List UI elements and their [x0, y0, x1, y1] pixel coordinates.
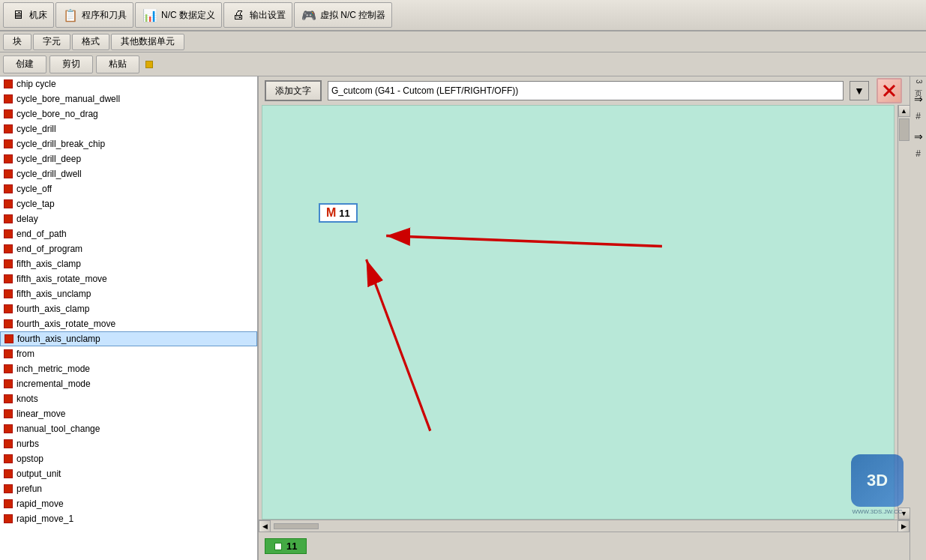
- program-label: 程序和刀具: [82, 9, 127, 22]
- red-block-icon: [4, 514, 13, 523]
- virtual-icon: 🎮: [301, 7, 317, 23]
- tree-item-icon-delay: [3, 214, 13, 224]
- cut-btn[interactable]: 剪切: [49, 55, 93, 73]
- program-btn[interactable]: 📋 程序和刀具: [55, 2, 133, 28]
- canvas-m-element[interactable]: M 11: [319, 203, 358, 223]
- tree-item-label-manual_tool_change: manual_tool_change: [16, 424, 100, 434]
- tree-item-icon-fifth_axis_unclamp: [3, 289, 13, 299]
- tree-item-label-cycle_off: cycle_off: [16, 184, 52, 194]
- machine-label: 机床: [29, 9, 47, 22]
- formula-dropdown-btn[interactable]: ▼: [850, 81, 869, 100]
- tree-item-inch_metric_mode[interactable]: inch_metric_mode: [0, 361, 257, 376]
- tree-item-cycle_drill[interactable]: cycle_drill: [0, 121, 257, 136]
- tree-item-icon-cycle_bore_no_drag: [3, 109, 13, 119]
- red-block-icon: [4, 154, 13, 163]
- tree-item-cycle_bore_manual_dwell[interactable]: cycle_bore_manual_dwell: [0, 91, 257, 106]
- tree-item-fourth_axis_clamp[interactable]: fourth_axis_clamp: [0, 301, 257, 316]
- output-label: 输出设置: [250, 9, 286, 22]
- tree-item-label-cycle_drill_deep: cycle_drill_deep: [16, 154, 81, 164]
- tree-item-manual_tool_change[interactable]: manual_tool_change: [0, 421, 257, 436]
- h-scroll-track[interactable]: [274, 523, 895, 529]
- tree-item-icon-fifth_axis_rotate_move: [3, 274, 13, 284]
- canvas-with-scroll: M 11: [259, 105, 910, 532]
- tree-item-cycle_bore_no_drag[interactable]: cycle_bore_no_drag: [0, 106, 257, 121]
- add-text-button[interactable]: 添加文字: [265, 80, 322, 101]
- tree-item-cycle_drill_break_chip[interactable]: cycle_drill_break_chip: [0, 136, 257, 151]
- nc-data-btn[interactable]: 📊 N/C 数据定义: [135, 2, 222, 28]
- tree-item-incremental_mode[interactable]: incremental_mode: [0, 376, 257, 391]
- scroll-up-btn[interactable]: ▲: [898, 105, 910, 117]
- hash-indicator: #: [916, 111, 921, 121]
- tree-item-fifth_axis_rotate_move[interactable]: fifth_axis_rotate_move: [0, 271, 257, 286]
- action-toolbar: 创建 剪切 粘贴: [0, 52, 926, 76]
- machine-btn[interactable]: 🖥 机床: [3, 2, 54, 28]
- tree-item-knots[interactable]: knots: [0, 391, 257, 406]
- tree-item-label-cycle_tap: cycle_tap: [16, 199, 55, 209]
- virtual-btn[interactable]: 🎮 虚拟 N/C 控制器: [294, 2, 392, 28]
- tree-item-nurbs[interactable]: nurbs: [0, 436, 257, 451]
- tree-item-fifth_axis_clamp[interactable]: fifth_axis_clamp: [0, 256, 257, 271]
- tree-item-label-cycle_drill_break_chip: cycle_drill_break_chip: [16, 139, 105, 149]
- tree-item-delay[interactable]: delay: [0, 211, 257, 226]
- tree-item-linear_move[interactable]: linear_move: [0, 406, 257, 421]
- left-panel[interactable]: chip cyclecycle_bore_manual_dwellcycle_b…: [0, 76, 259, 560]
- red-block-icon: [4, 79, 13, 88]
- delete-button[interactable]: [875, 76, 904, 105]
- right-arrow-icon[interactable]: ⇒: [914, 93, 923, 105]
- tree-item-icon-inch_metric_mode: [3, 364, 13, 374]
- tree-item-rapid_move[interactable]: rapid_move: [0, 496, 257, 511]
- tree-item-output_unit[interactable]: output_unit: [0, 466, 257, 481]
- scroll-track[interactable]: [898, 117, 910, 508]
- tree-item-cycle_drill_deep[interactable]: cycle_drill_deep: [0, 151, 257, 166]
- svg-line-3: [386, 236, 662, 247]
- formula-display: G_cutcom (G41 - Cutcom (LEFT/RIGHT/OFF)): [328, 81, 844, 100]
- tree-item-label-fifth_axis_unclamp: fifth_axis_unclamp: [16, 289, 91, 299]
- tree-item-icon-cycle_drill: [3, 124, 13, 134]
- tab-other[interactable]: 其他数据单元: [111, 34, 184, 50]
- tree-item-icon-chip_cycle: [3, 79, 13, 89]
- paste-btn[interactable]: 粘贴: [96, 55, 139, 73]
- tree-item-end_of_program[interactable]: end_of_program: [0, 241, 257, 256]
- red-block-icon: [4, 439, 13, 448]
- tree-item-chip_cycle[interactable]: chip cycle: [0, 76, 257, 91]
- tree-item-fourth_axis_rotate_move[interactable]: fourth_axis_rotate_move: [0, 316, 257, 331]
- tree-item-icon-opstop: [3, 454, 13, 464]
- red-block-icon: [4, 424, 13, 433]
- tree-item-icon-rapid_move_1: [3, 514, 13, 524]
- red-block-icon: [4, 499, 13, 508]
- tree-item-label-fifth_axis_rotate_move: fifth_axis_rotate_move: [16, 274, 107, 284]
- tree-item-prefun[interactable]: prefun: [0, 481, 257, 496]
- output-icon: 🖨: [230, 7, 247, 23]
- watermark: 3D WWW.3DS.JW.CC: [851, 454, 904, 515]
- tab-format[interactable]: 格式: [72, 34, 109, 50]
- tree-item-rapid_move_1[interactable]: rapid_move_1: [0, 511, 257, 526]
- tab-address[interactable]: 字元: [33, 34, 70, 50]
- h-scroll-right-btn[interactable]: ▶: [898, 520, 910, 532]
- h-scroll-left-btn[interactable]: ◀: [259, 520, 271, 532]
- red-block-icon: [4, 139, 13, 148]
- h-scroll[interactable]: ◀ ▶: [259, 520, 910, 532]
- tree-item-cycle_tap[interactable]: cycle_tap: [0, 196, 257, 211]
- tree-item-label-output_unit: output_unit: [16, 469, 61, 479]
- tree-item-opstop[interactable]: opstop: [0, 451, 257, 466]
- tree-item-fifth_axis_unclamp[interactable]: fifth_axis_unclamp: [0, 286, 257, 301]
- scroll-thumb[interactable]: [899, 118, 910, 141]
- canvas-area[interactable]: M 11: [262, 105, 895, 520]
- tree-item-end_of_path[interactable]: end_of_path: [0, 226, 257, 241]
- right-arrow2-icon[interactable]: ⇒: [914, 130, 923, 142]
- red-block-icon: [4, 199, 13, 208]
- tree-item-cycle_drill_dwell[interactable]: cycle_drill_dwell: [0, 166, 257, 181]
- h-scroll-thumb[interactable]: [274, 523, 319, 529]
- page-indicator[interactable]: 3页: [913, 79, 924, 84]
- tab-block[interactable]: 块: [3, 34, 31, 50]
- tree-item-icon-fourth_axis_clamp: [3, 304, 13, 314]
- canvas-letter: M: [326, 206, 336, 220]
- tree-item-label-cycle_bore_no_drag: cycle_bore_no_drag: [16, 109, 98, 119]
- create-btn[interactable]: 创建: [3, 55, 46, 73]
- tree-item-from[interactable]: from: [0, 346, 257, 361]
- tree-item-icon-cycle_drill_dwell: [3, 169, 13, 179]
- output-btn[interactable]: 🖨 输出设置: [223, 2, 292, 28]
- tree-item-cycle_off[interactable]: cycle_off: [0, 181, 257, 196]
- tree-item-fourth_axis_unclamp[interactable]: fourth_axis_unclamp: [0, 331, 257, 346]
- tree-item-icon-fifth_axis_clamp: [3, 259, 13, 269]
